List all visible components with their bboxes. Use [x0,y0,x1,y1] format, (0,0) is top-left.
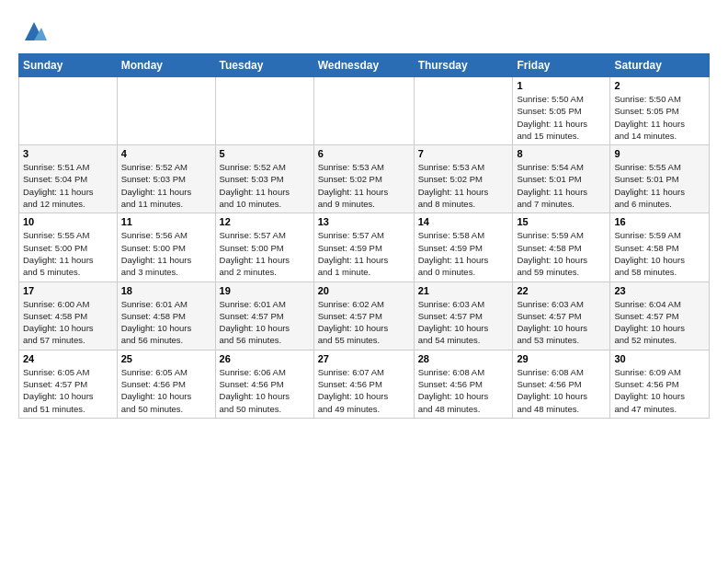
calendar-cell [414,77,513,145]
day-number: 13 [318,216,410,227]
day-number: 7 [418,148,509,159]
day-info: Sunrise: 6:05 AMSunset: 4:57 PMDaylight:… [23,366,113,415]
day-number: 24 [23,353,113,364]
calendar-cell: 14Sunrise: 5:58 AMSunset: 4:59 PMDayligh… [414,213,513,282]
calendar-week-row: 1Sunrise: 5:50 AMSunset: 5:05 PMDaylight… [19,77,710,145]
header [18,15,710,44]
day-number: 27 [318,353,410,364]
day-info: Sunrise: 5:58 AMSunset: 4:59 PMDaylight:… [418,229,509,278]
day-info: Sunrise: 5:55 AMSunset: 5:00 PMDaylight:… [23,229,113,278]
logo-icon [21,18,47,44]
calendar-cell: 13Sunrise: 5:57 AMSunset: 4:59 PMDayligh… [313,213,414,282]
day-number: 15 [517,216,606,227]
calendar-cell: 10Sunrise: 5:55 AMSunset: 5:00 PMDayligh… [19,213,118,282]
day-number: 25 [121,353,211,364]
day-info: Sunrise: 6:08 AMSunset: 4:56 PMDaylight:… [517,366,606,415]
day-number: 4 [121,148,211,159]
day-info: Sunrise: 5:59 AMSunset: 4:58 PMDaylight:… [614,229,705,278]
day-number: 6 [318,148,410,159]
day-number: 19 [220,285,310,296]
calendar-cell: 7Sunrise: 5:53 AMSunset: 5:02 PMDaylight… [414,145,513,213]
calendar-cell [215,77,313,145]
calendar-cell: 12Sunrise: 5:57 AMSunset: 5:00 PMDayligh… [215,213,313,282]
day-info: Sunrise: 6:03 AMSunset: 4:57 PMDaylight:… [418,298,509,347]
day-info: Sunrise: 6:09 AMSunset: 4:56 PMDaylight:… [614,366,705,415]
calendar-header-row: Sunday Monday Tuesday Wednesday Thursday… [19,54,710,77]
day-number: 12 [220,216,310,227]
day-info: Sunrise: 5:57 AMSunset: 4:59 PMDaylight:… [318,229,410,278]
day-number: 10 [23,216,113,227]
day-info: Sunrise: 5:57 AMSunset: 5:00 PMDaylight:… [220,229,310,278]
day-info: Sunrise: 6:04 AMSunset: 4:57 PMDaylight:… [614,298,705,347]
day-number: 5 [220,148,310,159]
col-monday: Monday [117,54,215,77]
day-info: Sunrise: 6:06 AMSunset: 4:56 PMDaylight:… [220,366,310,415]
day-info: Sunrise: 6:00 AMSunset: 4:58 PMDaylight:… [23,298,113,347]
calendar-cell: 2Sunrise: 5:50 AMSunset: 5:05 PMDaylight… [610,77,710,145]
calendar-week-row: 24Sunrise: 6:05 AMSunset: 4:57 PMDayligh… [19,350,710,418]
day-number: 1 [517,80,606,91]
calendar-cell: 27Sunrise: 6:07 AMSunset: 4:56 PMDayligh… [313,350,414,418]
day-info: Sunrise: 6:02 AMSunset: 4:57 PMDaylight:… [318,298,410,347]
calendar-cell: 15Sunrise: 5:59 AMSunset: 4:58 PMDayligh… [513,213,610,282]
calendar-week-row: 10Sunrise: 5:55 AMSunset: 5:00 PMDayligh… [19,213,710,282]
day-number: 20 [318,285,410,296]
calendar-cell: 23Sunrise: 6:04 AMSunset: 4:57 PMDayligh… [610,282,710,350]
day-info: Sunrise: 5:50 AMSunset: 5:05 PMDaylight:… [517,93,606,142]
calendar-week-row: 17Sunrise: 6:00 AMSunset: 4:58 PMDayligh… [19,282,710,350]
day-info: Sunrise: 5:54 AMSunset: 5:01 PMDaylight:… [517,161,606,210]
day-number: 9 [614,148,705,159]
day-number: 22 [517,285,606,296]
day-number: 3 [23,148,113,159]
day-info: Sunrise: 5:53 AMSunset: 5:02 PMDaylight:… [318,161,410,210]
logo [18,18,47,44]
day-number: 16 [614,216,705,227]
day-info: Sunrise: 5:55 AMSunset: 5:01 PMDaylight:… [614,161,705,210]
calendar-cell: 17Sunrise: 6:00 AMSunset: 4:58 PMDayligh… [19,282,118,350]
calendar-cell: 19Sunrise: 6:01 AMSunset: 4:57 PMDayligh… [215,282,313,350]
day-number: 30 [614,353,705,364]
calendar-week-row: 3Sunrise: 5:51 AMSunset: 5:04 PMDaylight… [19,145,710,213]
day-info: Sunrise: 6:01 AMSunset: 4:58 PMDaylight:… [121,298,211,347]
calendar-cell: 18Sunrise: 6:01 AMSunset: 4:58 PMDayligh… [117,282,215,350]
day-info: Sunrise: 6:08 AMSunset: 4:56 PMDaylight:… [418,366,509,415]
calendar-cell: 20Sunrise: 6:02 AMSunset: 4:57 PMDayligh… [313,282,414,350]
day-info: Sunrise: 6:07 AMSunset: 4:56 PMDaylight:… [318,366,410,415]
day-number: 29 [517,353,606,364]
calendar-cell: 11Sunrise: 5:56 AMSunset: 5:00 PMDayligh… [117,213,215,282]
calendar-cell: 21Sunrise: 6:03 AMSunset: 4:57 PMDayligh… [414,282,513,350]
day-number: 18 [121,285,211,296]
day-info: Sunrise: 6:05 AMSunset: 4:56 PMDaylight:… [121,366,211,415]
day-number: 17 [23,285,113,296]
col-thursday: Thursday [414,54,513,77]
day-info: Sunrise: 5:59 AMSunset: 4:58 PMDaylight:… [517,229,606,278]
col-sunday: Sunday [19,54,118,77]
calendar-cell: 30Sunrise: 6:09 AMSunset: 4:56 PMDayligh… [610,350,710,418]
day-number: 8 [517,148,606,159]
calendar-cell: 16Sunrise: 5:59 AMSunset: 4:58 PMDayligh… [610,213,710,282]
calendar-cell: 4Sunrise: 5:52 AMSunset: 5:03 PMDaylight… [117,145,215,213]
day-info: Sunrise: 5:56 AMSunset: 5:00 PMDaylight:… [121,229,211,278]
day-number: 28 [418,353,509,364]
day-info: Sunrise: 5:51 AMSunset: 5:04 PMDaylight:… [23,161,113,210]
calendar-cell: 26Sunrise: 6:06 AMSunset: 4:56 PMDayligh… [215,350,313,418]
day-number: 11 [121,216,211,227]
day-info: Sunrise: 6:01 AMSunset: 4:57 PMDaylight:… [220,298,310,347]
calendar-cell: 9Sunrise: 5:55 AMSunset: 5:01 PMDaylight… [610,145,710,213]
day-info: Sunrise: 5:52 AMSunset: 5:03 PMDaylight:… [121,161,211,210]
calendar-cell: 3Sunrise: 5:51 AMSunset: 5:04 PMDaylight… [19,145,118,213]
day-number: 21 [418,285,509,296]
calendar-cell: 5Sunrise: 5:52 AMSunset: 5:03 PMDaylight… [215,145,313,213]
col-friday: Friday [513,54,610,77]
calendar-cell: 22Sunrise: 6:03 AMSunset: 4:57 PMDayligh… [513,282,610,350]
calendar-cell: 6Sunrise: 5:53 AMSunset: 5:02 PMDaylight… [313,145,414,213]
calendar-cell: 25Sunrise: 6:05 AMSunset: 4:56 PMDayligh… [117,350,215,418]
calendar-cell [313,77,414,145]
calendar-cell [19,77,118,145]
page: Sunday Monday Tuesday Wednesday Thursday… [0,0,728,428]
col-saturday: Saturday [610,54,710,77]
day-number: 2 [614,80,705,91]
col-wednesday: Wednesday [313,54,414,77]
calendar-cell [117,77,215,145]
day-info: Sunrise: 5:53 AMSunset: 5:02 PMDaylight:… [418,161,509,210]
